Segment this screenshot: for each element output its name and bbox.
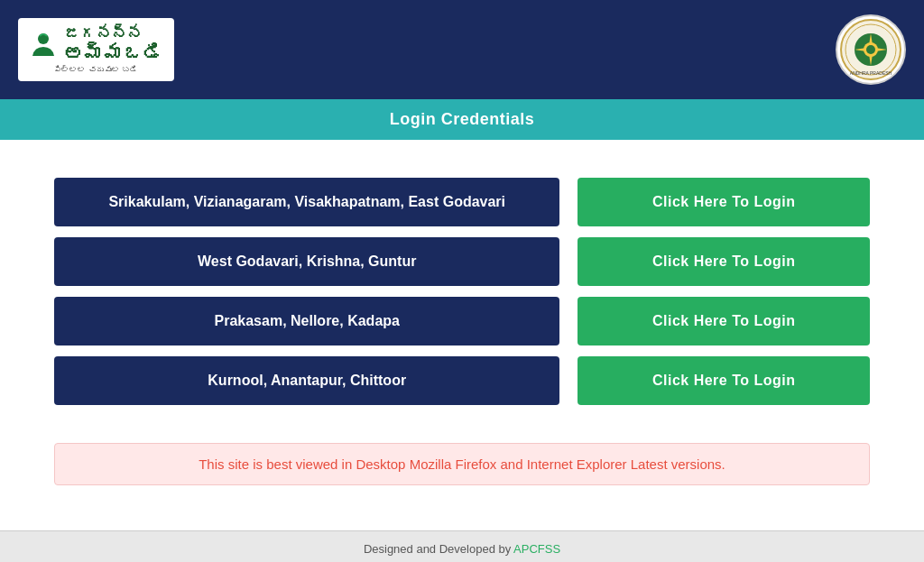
svg-text:ANDHRA PRADESH: ANDHRA PRADESH (850, 70, 892, 76)
state-emblem: ANDHRA PRADESH (836, 14, 906, 85)
login-button[interactable]: Click Here To Login (578, 356, 870, 405)
login-button[interactable]: Click Here To Login (578, 178, 870, 226)
svg-point-5 (866, 45, 875, 54)
region-label: Kurnool, Anantapur, Chittoor (54, 356, 559, 405)
table-row: West Godavari, Krishna, GunturClick Here… (54, 237, 870, 286)
region-label: Prakasam, Nellore, Kadapa (54, 297, 559, 345)
table-row: Prakasam, Nellore, KadapaClick Here To L… (54, 297, 870, 345)
logo-tagline: పిల్లల చదువుల బడి (53, 65, 138, 74)
region-label: West Godavari, Krishna, Guntur (54, 237, 559, 286)
logo-title: జగనన్న (63, 25, 163, 43)
header: జగనన్న అమ్మఒడి పిల్లల చదువుల బడి ANDHRA … (0, 0, 924, 99)
login-button[interactable]: Click Here To Login (578, 297, 870, 345)
emblem-svg: ANDHRA PRADESH (839, 18, 902, 81)
login-table: Srikakulam, Vizianagaram, Visakhapatnam,… (54, 167, 870, 416)
notice-text: This site is best viewed in Desktop Mozi… (199, 456, 725, 472)
footer-text: Designed and Developed by (364, 542, 513, 556)
logo-subtitle-telugu: అమ్మఒడి (63, 43, 163, 65)
login-cell: Click Here To Login (559, 178, 870, 226)
table-row: Kurnool, Anantapur, ChittoorClick Here T… (54, 356, 870, 405)
login-cell: Click Here To Login (559, 237, 870, 286)
region-label: Srikakulam, Vizianagaram, Visakhapatnam,… (54, 178, 559, 226)
main-content: Srikakulam, Vizianagaram, Visakhapatnam,… (0, 140, 924, 530)
notice-box: This site is best viewed in Desktop Mozi… (54, 443, 870, 485)
svg-point-0 (38, 33, 49, 44)
title-bar-label: Login Credentials (390, 110, 535, 128)
footer-link[interactable]: APCFSS (513, 542, 560, 556)
login-cell: Click Here To Login (559, 297, 870, 345)
footer: Designed and Developed by APCFSS (0, 530, 924, 562)
title-bar: Login Credentials (0, 99, 924, 140)
login-button[interactable]: Click Here To Login (578, 237, 870, 286)
table-row: Srikakulam, Vizianagaram, Visakhapatnam,… (54, 178, 870, 226)
person-icon (29, 31, 58, 60)
login-cell: Click Here To Login (559, 356, 870, 405)
logo-box: జగనన్న అమ్మఒడి పిల్లల చదువుల బడి (18, 18, 174, 81)
